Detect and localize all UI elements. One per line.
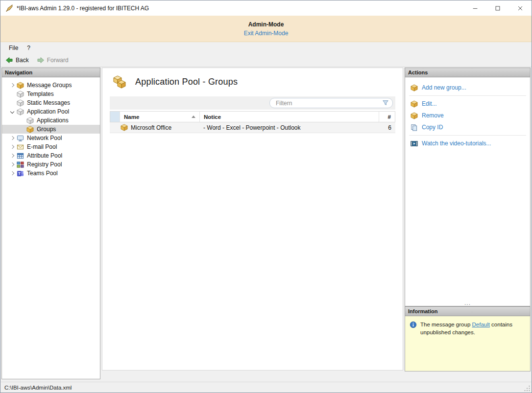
chevron-down-icon[interactable] xyxy=(8,107,17,116)
chevron-right-icon[interactable] xyxy=(8,151,17,160)
nav-item-label: Teams Pool xyxy=(27,170,58,177)
nav-item-label: Network Pool xyxy=(27,135,62,141)
info-text-before: The message group xyxy=(420,322,472,327)
default-group-link[interactable]: Default xyxy=(472,322,489,327)
admin-mode-banner: Admin-Mode Exit Admin-Mode xyxy=(0,16,532,42)
remove-group-icon xyxy=(411,112,418,119)
menu-bar: File ? xyxy=(0,42,532,53)
chevron-spacer xyxy=(8,98,17,107)
column-header-notice[interactable]: Notice xyxy=(200,112,379,122)
nav-item-static-messages[interactable]: Static Messages xyxy=(2,98,100,107)
chevron-right-icon[interactable] xyxy=(8,134,17,142)
remove-group-button[interactable]: Remove xyxy=(405,110,530,121)
add-group-icon xyxy=(411,84,418,92)
nav-item-label: E-mail Pool xyxy=(27,143,57,150)
templates-icon xyxy=(17,91,24,98)
back-button[interactable]: Back xyxy=(5,56,29,64)
sort-ascending-icon xyxy=(192,116,195,118)
information-header: Information xyxy=(405,306,531,316)
cell-name: Microsoft Office xyxy=(120,122,199,133)
email-pool-icon xyxy=(17,143,24,151)
window-controls xyxy=(464,0,532,16)
info-icon xyxy=(410,321,417,328)
nav-item-registry-pool[interactable]: Registry Pool xyxy=(2,160,100,169)
add-new-group-button[interactable]: Add new group... xyxy=(405,82,530,93)
status-bar: C:\IBI-aws\Admin\Data.xml xyxy=(0,382,532,393)
applications-icon xyxy=(26,117,34,124)
toolbar: Back Forward xyxy=(0,53,532,67)
actions-header: Actions xyxy=(405,68,531,77)
close-button[interactable] xyxy=(509,0,532,16)
minimize-button[interactable] xyxy=(464,0,486,16)
forward-arrow-icon xyxy=(37,56,45,64)
exit-admin-mode-link[interactable]: Exit Admin-Mode xyxy=(244,30,289,37)
navigation-header: Navigation xyxy=(1,68,100,77)
cell-count: 6 xyxy=(380,122,395,133)
forward-button[interactable]: Forward xyxy=(37,56,69,64)
admin-mode-title: Admin-Mode xyxy=(248,21,284,28)
action-label: Remove xyxy=(422,112,444,119)
video-tutorials-button[interactable]: Watch the video-tutorials... xyxy=(405,138,530,149)
filter-input[interactable] xyxy=(269,98,393,108)
filter-strip xyxy=(110,96,395,110)
navigation-tree: Message Groups Templates Static Messages… xyxy=(1,77,100,379)
nav-item-email-pool[interactable]: E-mail Pool xyxy=(2,142,100,151)
app-window: *IBI-aws Admin 1.29.0 - registered for I… xyxy=(0,0,532,393)
navigation-panel: Navigation Message Groups Templates Stat… xyxy=(1,68,100,379)
actions-separator xyxy=(409,95,526,96)
groups-icon xyxy=(26,126,34,133)
application-pool-icon xyxy=(17,108,24,116)
main-content-panel: Application Pool - Groups Name Notice # xyxy=(102,68,403,370)
table-header-row: Name Notice # xyxy=(110,111,395,122)
nav-item-templates[interactable]: Templates xyxy=(2,90,100,98)
edit-group-button[interactable]: Edit... xyxy=(405,98,530,110)
nav-item-label: Static Messages xyxy=(27,99,70,106)
filter-funnel-icon[interactable] xyxy=(382,99,389,106)
information-panel: The message group Default contains unpub… xyxy=(405,316,531,371)
status-path: C:\IBI-aws\Admin\Data.xml xyxy=(4,385,72,391)
nav-item-label: Registry Pool xyxy=(27,161,62,168)
nav-item-label: Message Groups xyxy=(27,82,72,89)
nav-item-label: Groups xyxy=(37,126,56,133)
cell-notice: - Word - Excel - Powerpoint - Outlook xyxy=(199,122,380,133)
copy-id-button[interactable]: Copy ID xyxy=(405,121,530,133)
column-label: Name xyxy=(124,114,139,120)
nav-item-label: Application Pool xyxy=(27,108,69,115)
action-label: Copy ID xyxy=(422,124,443,131)
actions-overflow-ellipsis[interactable]: ... xyxy=(405,301,530,305)
information-message: The message group Default contains unpub… xyxy=(420,321,513,336)
nav-item-attribute-pool[interactable]: Attribute Pool xyxy=(2,151,100,160)
chevron-spacer xyxy=(8,90,17,98)
nav-item-message-groups[interactable]: Message Groups xyxy=(2,81,100,90)
nav-item-label: Applications xyxy=(37,117,69,124)
action-label: Add new group... xyxy=(422,84,466,91)
group-notice: - Word - Excel - Powerpoint - Outlook xyxy=(203,124,301,131)
resize-grip[interactable] xyxy=(524,385,531,392)
column-label: Notice xyxy=(204,114,221,120)
nav-item-application-pool[interactable]: Application Pool xyxy=(2,107,100,116)
actions-panel: Add new group... Edit... Remove Copy ID … xyxy=(405,77,531,306)
chevron-right-icon[interactable] xyxy=(8,142,17,151)
back-arrow-icon xyxy=(5,56,13,64)
page-title-row: Application Pool - Groups xyxy=(102,68,403,94)
window-title: *IBI-aws Admin 1.29.0 - registered for I… xyxy=(17,5,149,12)
menu-file[interactable]: File xyxy=(4,43,23,53)
action-label: Edit... xyxy=(422,100,437,107)
table-row[interactable]: Microsoft Office - Word - Excel - Powerp… xyxy=(110,122,395,133)
column-header-name[interactable]: Name xyxy=(120,112,200,122)
nav-item-applications[interactable]: Applications xyxy=(2,116,100,125)
maximize-button[interactable] xyxy=(486,0,509,16)
video-icon xyxy=(411,140,418,147)
row-selector-cell[interactable] xyxy=(110,122,120,133)
chevron-right-icon[interactable] xyxy=(8,169,17,178)
chevron-right-icon[interactable] xyxy=(8,160,17,169)
chevron-right-icon[interactable] xyxy=(8,81,17,90)
nav-item-teams-pool[interactable]: Teams Pool xyxy=(2,169,100,178)
nav-item-groups[interactable]: Groups xyxy=(2,125,100,134)
group-count: 6 xyxy=(388,124,391,131)
menu-help[interactable]: ? xyxy=(23,43,35,53)
actions-separator xyxy=(409,135,526,136)
column-header-count[interactable]: # xyxy=(379,112,395,122)
nav-item-network-pool[interactable]: Network Pool xyxy=(2,134,100,142)
row-selector-header[interactable] xyxy=(110,112,120,122)
